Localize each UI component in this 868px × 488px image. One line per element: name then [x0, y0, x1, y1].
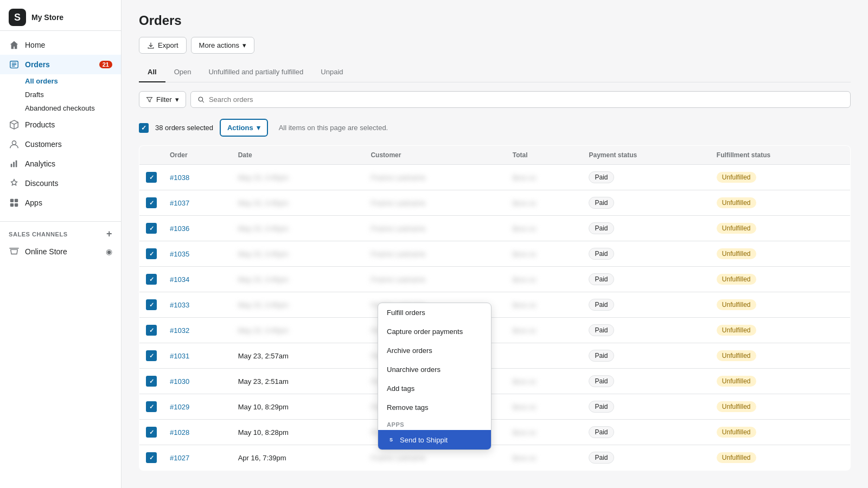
- sidebar-item-apps-label: Apps: [25, 198, 42, 207]
- order-link[interactable]: #1033: [170, 301, 189, 309]
- search-input[interactable]: [209, 95, 844, 104]
- filter-button[interactable]: Filter ▾: [139, 91, 186, 108]
- sidebar-nav: Home Orders 21 All orders Drafts Abandon…: [0, 31, 121, 217]
- sidebar-item-apps[interactable]: Apps: [0, 193, 121, 213]
- svg-rect-4: [16, 160, 17, 168]
- dropdown-capture-payments[interactable]: Capture order payments: [378, 322, 491, 341]
- sidebar-item-discounts-label: Discounts: [25, 179, 58, 188]
- table-row: #1034May 23, 3:45pmFname Lastname$xxx.xx…: [139, 267, 851, 292]
- row-checkbox[interactable]: [146, 274, 157, 285]
- online-store-icon: [9, 246, 20, 257]
- sidebar-sub-all-orders[interactable]: All orders: [25, 74, 121, 88]
- table-row: #1036May 23, 3:45pmFname Lastname$xxx.xx…: [139, 216, 851, 241]
- sidebar-sub-abandoned[interactable]: Abandoned checkouts: [25, 101, 121, 115]
- svg-rect-6: [15, 199, 18, 202]
- order-fulfillment-status: Unfulfilled: [710, 292, 851, 318]
- row-checkbox[interactable]: [146, 248, 157, 259]
- sidebar-item-analytics[interactable]: Analytics: [0, 154, 121, 174]
- home-icon: [9, 40, 20, 50]
- order-payment-status: Paid: [582, 190, 710, 216]
- order-link[interactable]: #1030: [170, 377, 189, 386]
- sidebar-item-home-label: Home: [25, 41, 45, 49]
- order-payment-status: Paid: [582, 420, 710, 445]
- table-row: #1030May 23, 2:51amFname Lastname$xxx.xx…: [139, 369, 851, 394]
- dropdown-fulfill-orders[interactable]: Fulfill orders: [378, 303, 491, 322]
- svg-rect-7: [10, 203, 14, 207]
- col-customer: Customer: [364, 146, 506, 165]
- svg-point-9: [199, 97, 203, 101]
- order-link[interactable]: #1031: [170, 352, 189, 360]
- table-row: #1035May 23, 3:45pmFname Lastname$xxx.xx…: [139, 241, 851, 267]
- tab-all[interactable]: All: [139, 62, 165, 82]
- search-box[interactable]: [190, 91, 851, 108]
- col-fulfillment: Fulfillment status: [710, 146, 851, 165]
- order-customer: Fname Lastname: [364, 190, 506, 216]
- selection-bar: 38 orders selected Actions ▾ All items o…: [139, 114, 851, 141]
- sidebar-item-home[interactable]: Home: [0, 35, 121, 55]
- svg-rect-2: [11, 164, 12, 167]
- order-link[interactable]: #1034: [170, 275, 189, 284]
- order-link[interactable]: #1029: [170, 403, 189, 411]
- tab-unpaid[interactable]: Unpaid: [312, 62, 352, 82]
- sidebar-item-online-store[interactable]: Online Store ◉: [0, 242, 121, 261]
- order-payment-status: Paid: [582, 394, 710, 420]
- select-all-checkbox[interactable]: [139, 123, 149, 133]
- row-checkbox[interactable]: [146, 427, 157, 438]
- dropdown-archive-orders[interactable]: Archive orders: [378, 341, 491, 360]
- online-store-label: Online Store: [25, 247, 67, 256]
- order-payment-status: Paid: [582, 445, 710, 471]
- order-date: May 23, 2:57am: [232, 343, 365, 369]
- more-actions-button[interactable]: More actions ▾: [191, 37, 254, 54]
- svg-rect-3: [13, 162, 15, 167]
- row-checkbox[interactable]: [146, 172, 157, 183]
- dropdown-remove-tags[interactable]: Remove tags: [378, 398, 491, 417]
- orders-icon: [9, 59, 20, 70]
- row-checkbox[interactable]: [146, 401, 157, 412]
- order-total: $xxx.xx: [506, 165, 583, 190]
- row-checkbox[interactable]: [146, 452, 157, 463]
- order-link[interactable]: #1032: [170, 326, 189, 335]
- order-fulfillment-status: Unfulfilled: [710, 190, 851, 216]
- svg-point-1: [12, 141, 16, 145]
- order-total: $xxx.xx: [506, 420, 583, 445]
- sales-channels-title: SALES CHANNELS +: [0, 222, 121, 242]
- dropdown-unarchive-orders[interactable]: Unarchive orders: [378, 360, 491, 379]
- order-customer: Fname Lastname: [364, 165, 506, 190]
- table-row: #1028May 10, 8:28pmFname Lastname$xxx.xx…: [139, 420, 851, 445]
- row-checkbox[interactable]: [146, 299, 157, 310]
- store-logo: S: [9, 9, 26, 26]
- order-date: May 23, 3:45pm: [232, 241, 365, 267]
- orders-table: Order Date Customer Total Payment status…: [139, 145, 851, 471]
- actions-button[interactable]: Actions ▾: [220, 119, 268, 137]
- table-row: #1029May 10, 8:29pmFname Lastname$xxx.xx…: [139, 394, 851, 420]
- table-row: #1032May 23, 3:45pmFname Lastname$xxx.xx…: [139, 318, 851, 343]
- sidebar-item-orders[interactable]: Orders 21: [0, 55, 121, 74]
- row-checkbox[interactable]: [146, 376, 157, 387]
- order-fulfillment-status: Unfulfilled: [710, 267, 851, 292]
- row-checkbox[interactable]: [146, 325, 157, 336]
- sidebar-item-discounts[interactable]: Discounts: [0, 174, 121, 193]
- order-link[interactable]: #1038: [170, 174, 189, 182]
- order-payment-status: Paid: [582, 292, 710, 318]
- table-row: #1037May 23, 3:45pmFname Lastname$xxx.xx…: [139, 190, 851, 216]
- sidebar-item-customers[interactable]: Customers: [0, 134, 121, 154]
- tab-unfulfilled[interactable]: Unfulfilled and partially fulfilled: [200, 62, 312, 82]
- row-checkbox[interactable]: [146, 197, 157, 208]
- order-link[interactable]: #1027: [170, 454, 189, 462]
- online-store-visibility-icon[interactable]: ◉: [106, 247, 112, 256]
- dropdown-send-to-shippit[interactable]: S Send to Shippit: [378, 430, 491, 450]
- order-link[interactable]: #1028: [170, 428, 189, 436]
- order-link[interactable]: #1037: [170, 199, 189, 207]
- sidebar-sub-drafts[interactable]: Drafts: [25, 88, 121, 101]
- order-link[interactable]: #1036: [170, 224, 189, 233]
- dropdown-add-tags[interactable]: Add tags: [378, 379, 491, 398]
- sidebar-item-products[interactable]: Products: [0, 115, 121, 134]
- filter-row: Filter ▾: [139, 91, 851, 108]
- row-checkbox[interactable]: [146, 350, 157, 361]
- export-button[interactable]: Export: [139, 37, 187, 54]
- table-row: #1027Apr 16, 7:39pmFname Lastname$xxx.xx…: [139, 445, 851, 471]
- order-link[interactable]: #1035: [170, 250, 189, 258]
- add-sales-channel-icon[interactable]: +: [106, 228, 112, 240]
- tab-open[interactable]: Open: [165, 62, 200, 82]
- row-checkbox[interactable]: [146, 223, 157, 234]
